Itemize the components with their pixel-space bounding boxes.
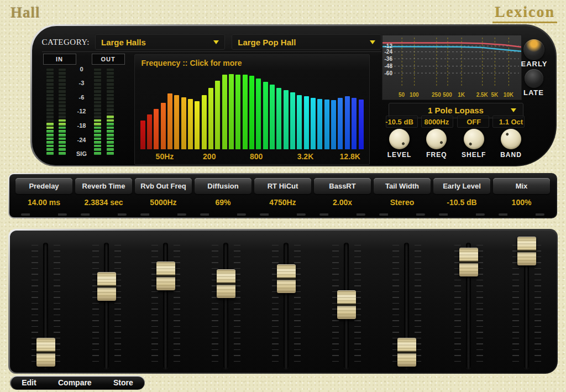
param-tab-tail-width[interactable]: Tail Width — [374, 178, 431, 194]
meter-segment — [59, 72, 66, 75]
spectrum-bar — [276, 88, 281, 149]
late-button[interactable] — [525, 69, 543, 88]
knob-level[interactable] — [389, 129, 410, 149]
preset-dropdown[interactable]: Large Pop Hall — [232, 34, 381, 50]
fader-handle-rvb-out-freq[interactable] — [156, 262, 175, 290]
preset-dropdown-value: Large Pop Hall — [238, 38, 296, 47]
category-dropdown-value: Large Halls — [101, 38, 146, 47]
meter-segment — [94, 138, 101, 140]
param-value-bassrt[interactable]: 2.00x — [314, 194, 371, 210]
knob-label-level: LEVEL — [387, 151, 412, 159]
meter-segment — [107, 104, 114, 107]
param-value-early-level[interactable]: -10.5 dB — [433, 194, 490, 210]
meter-scale: 0-3-6-12-18-24SIG — [74, 66, 90, 158]
chevron-down-icon — [370, 40, 375, 44]
param-value-tail-width[interactable]: Stereo — [374, 194, 431, 210]
spectrum-bar — [222, 75, 227, 149]
meter-segment — [94, 116, 101, 118]
eq-x-label: 100 — [410, 92, 419, 98]
fader-handle-early-level[interactable] — [459, 248, 478, 276]
fader-handle-rt-hicut[interactable] — [277, 264, 296, 293]
knob-value-level[interactable]: -10.5 dB — [385, 118, 413, 128]
knob-freq[interactable] — [426, 129, 447, 149]
meter-segment — [46, 145, 54, 148]
param-value-rt-hicut[interactable]: 4750Hz — [254, 194, 311, 210]
meter-segment — [59, 119, 66, 122]
knob-value-band[interactable]: 1.1 Oct — [499, 118, 523, 128]
meter-segment — [46, 112, 54, 115]
meter-segment — [107, 101, 114, 104]
store-button[interactable]: Store — [108, 377, 139, 388]
fader-area — [10, 231, 557, 373]
spectrum-bar — [174, 95, 179, 149]
fader-track-reverb-time[interactable] — [104, 243, 109, 369]
meter-segment — [107, 97, 114, 100]
in-meter-right — [59, 68, 66, 155]
knob-indicator-dot — [505, 132, 509, 136]
chevron-down-icon — [511, 108, 516, 112]
meter-segment — [107, 138, 114, 140]
knob-value-freq[interactable]: 8000Hz — [424, 118, 449, 128]
knob-band[interactable] — [501, 129, 521, 149]
fader-handle-predelay[interactable] — [36, 338, 55, 367]
fader-handle-bassrt[interactable] — [337, 290, 356, 319]
param-tab-reverb-time[interactable]: Reverb Time — [75, 178, 132, 194]
plugin-window: { "window": { "title": "Hall", "brand": … — [0, 0, 566, 392]
param-tab-rt-hicut[interactable]: RT HiCut — [254, 178, 311, 194]
meter-segment — [107, 76, 114, 79]
category-dropdown[interactable]: Large Halls — [95, 34, 225, 50]
chevron-down-icon — [213, 40, 219, 44]
param-value-mix[interactable]: 100% — [493, 194, 550, 210]
fader-handle-mix[interactable] — [517, 237, 536, 265]
knob-indicator-dot — [468, 142, 472, 146]
meter-segment — [94, 87, 101, 90]
knob-label-band: BAND — [500, 151, 522, 159]
meter-segment — [94, 119, 101, 122]
fader-handle-diffusion[interactable] — [217, 269, 235, 298]
fader-ticks — [114, 245, 121, 367]
param-value-reverb-time[interactable]: 2.3834 sec — [75, 194, 132, 210]
param-tab-predelay[interactable]: Predelay — [15, 178, 72, 194]
param-tab-early-level[interactable]: Early Level — [433, 178, 490, 194]
fader-handle-tail-width[interactable] — [397, 338, 416, 367]
meter-segment — [59, 108, 66, 111]
fader-rvb-out-freq — [148, 231, 184, 373]
fader-track-rt-hicut[interactable] — [284, 243, 289, 369]
eq-display: -12-24-36-48-60 501002505001K2.5K5K10K — [382, 35, 522, 100]
edit-button[interactable]: Edit — [16, 377, 41, 388]
page-title: Hall — [11, 4, 40, 22]
spectrum-axis-label: 800 — [250, 152, 263, 161]
spectrum-bar — [161, 103, 166, 149]
eq-x-label: 500 — [443, 92, 452, 98]
meter-segment — [46, 108, 54, 111]
fader-ticks — [234, 245, 240, 367]
meter-segment — [107, 152, 114, 155]
knob-value-shelf[interactable]: OFF — [467, 118, 481, 128]
param-cell-rvb-out-freq: Rvb Out Freq5000Hz — [135, 178, 192, 213]
meter-segment — [46, 79, 54, 82]
spectrum-bar — [352, 98, 357, 149]
meter-scale-label: -18 — [77, 122, 86, 129]
param-cell-tail-width: Tail WidthStereo — [374, 178, 431, 213]
meter-segment — [94, 112, 101, 115]
fader-handle-reverb-time[interactable] — [97, 272, 116, 301]
fader-track-diffusion[interactable] — [223, 243, 228, 369]
compare-button[interactable]: Compare — [53, 377, 97, 388]
meter-segment — [107, 94, 114, 97]
eq-y-label: -48 — [385, 63, 392, 69]
knob-shelf[interactable] — [464, 129, 484, 149]
param-tab-rvb-out-freq[interactable]: Rvb Out Freq — [135, 178, 192, 194]
frequency-display[interactable]: Frequency :: Click for more 50Hz2008003.… — [134, 54, 370, 165]
param-tab-diffusion[interactable]: Diffusion — [195, 178, 251, 194]
param-value-predelay[interactable]: 14.00 ms — [15, 194, 72, 210]
param-tab-mix[interactable]: Mix — [493, 178, 550, 194]
param-tab-bassrt[interactable]: BassRT — [314, 178, 371, 194]
meter-scale-label: -6 — [79, 94, 85, 101]
meter-segment — [107, 127, 114, 129]
param-value-diffusion[interactable]: 69% — [195, 194, 251, 210]
late-response-curve — [382, 46, 521, 51]
spectrum-bar — [167, 93, 172, 149]
early-button[interactable] — [523, 39, 544, 60]
param-value-rvb-out-freq[interactable]: 5000Hz — [135, 194, 192, 210]
meter-segment — [59, 152, 66, 155]
